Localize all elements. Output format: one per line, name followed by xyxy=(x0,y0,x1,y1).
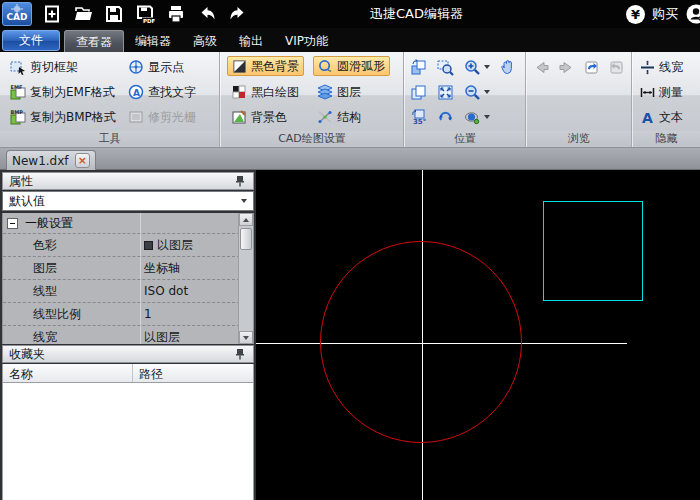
print-icon[interactable] xyxy=(165,3,187,25)
zoom-extents-icon[interactable] xyxy=(435,82,455,102)
color-swatch xyxy=(144,241,153,250)
zoom-window-icon[interactable] xyxy=(435,57,455,77)
save-pdf-icon[interactable]: PDF xyxy=(134,3,156,25)
close-icon[interactable]: × xyxy=(75,153,90,168)
preset-value: 默认值 xyxy=(9,193,241,210)
scrollbar[interactable] xyxy=(238,213,253,344)
text-icon: A xyxy=(640,110,655,125)
ribbon-group-label: 浏览 xyxy=(527,131,631,146)
layers-button[interactable]: 图层 xyxy=(313,82,365,102)
save-icon[interactable] xyxy=(103,3,125,25)
layers-icon xyxy=(317,84,333,100)
pin-icon[interactable] xyxy=(233,347,247,361)
tab-vip[interactable]: VIP功能 xyxy=(274,30,339,52)
main-area: 属性 默认值 一般设置 色彩 以图层 xyxy=(0,170,700,500)
document-tab[interactable]: New1.dxf × xyxy=(6,150,96,170)
measure-button[interactable]: 测量 xyxy=(636,82,687,102)
rotate-35-icon[interactable]: 35° xyxy=(408,107,428,127)
rectangle-entity[interactable] xyxy=(543,201,643,301)
smooth-arc-toggle[interactable]: 圆滑弧形 xyxy=(313,56,390,76)
properties-panel-header: 属性 xyxy=(2,172,254,190)
property-row-lineweight[interactable]: 线宽 以图层 xyxy=(3,326,240,344)
account-icon[interactable] xyxy=(685,3,700,25)
favorites-list[interactable] xyxy=(2,383,254,500)
tab-advanced[interactable]: 高级 xyxy=(182,30,228,52)
svg-text:A: A xyxy=(642,110,653,125)
pin-icon[interactable] xyxy=(233,174,247,188)
tab-editor[interactable]: 编辑器 xyxy=(124,30,182,52)
view-undo-icon[interactable] xyxy=(581,57,601,77)
text-button[interactable]: A 文本 xyxy=(636,107,687,127)
property-section[interactable]: 一般设置 xyxy=(3,213,240,234)
circle-entity[interactable] xyxy=(320,241,522,443)
property-row-linetype-scale[interactable]: 线型比例 1 xyxy=(3,303,240,326)
zoom-out-icon[interactable] xyxy=(462,82,482,102)
yuan-icon[interactable]: ¥ xyxy=(626,5,645,24)
back-arrow-icon[interactable] xyxy=(531,57,551,77)
tab-viewer[interactable]: 查看器 xyxy=(64,30,124,52)
copy-emf-button[interactable]: EMF 复制为EMF格式 xyxy=(6,82,119,102)
cad-logo[interactable]: CAD xyxy=(2,2,32,26)
property-row-layer[interactable]: 图层 坐标轴 xyxy=(3,257,240,280)
zoom-in-icon[interactable] xyxy=(462,57,482,77)
chevron-down-icon xyxy=(241,199,247,203)
collapse-icon[interactable] xyxy=(7,218,18,229)
view-redo-icon[interactable] xyxy=(606,57,626,77)
cut-frame-button[interactable]: 剪切框架 xyxy=(6,57,82,77)
scroll-down-icon[interactable] xyxy=(239,331,253,344)
ribbon: 剪切框架 EMF 复制为EMF格式 BMP 复制为BMP格式 显示点 A 查找文… xyxy=(0,52,700,148)
sphere-zoom-icon[interactable] xyxy=(462,107,482,127)
svg-text:A: A xyxy=(133,88,140,98)
undo-icon[interactable] xyxy=(196,3,218,25)
file-menu-button[interactable]: 文件 xyxy=(2,30,60,51)
find-text-button[interactable]: A 查找文字 xyxy=(124,82,200,102)
column-header-path[interactable]: 路径 xyxy=(133,364,253,382)
buy-button[interactable]: 购买 xyxy=(652,5,678,23)
emf-copy-icon: EMF xyxy=(10,84,26,100)
menubar: 文件 查看器 编辑器 高级 输出 VIP功能 xyxy=(0,28,700,52)
pan-icon[interactable] xyxy=(497,57,517,77)
scroll-up-icon[interactable] xyxy=(239,213,253,226)
column-header-name[interactable]: 名称 xyxy=(3,364,133,382)
zoom-in-dropdown[interactable] xyxy=(484,65,490,69)
svg-text:BMP: BMP xyxy=(11,109,24,115)
document-tabbar: New1.dxf × xyxy=(0,148,700,170)
refresh-view-icon[interactable] xyxy=(435,107,455,127)
forward-arrow-icon[interactable] xyxy=(556,57,576,77)
ribbon-group-cad-settings: 黑色背景 黑白绘图 背景色 圆滑弧形 图层 结构 CAD绘图设置 xyxy=(221,52,404,147)
open-folder-icon[interactable] xyxy=(72,3,94,25)
redo-icon[interactable] xyxy=(227,3,249,25)
svg-text:PDF: PDF xyxy=(143,18,155,24)
line-width-button[interactable]: 线宽 xyxy=(636,57,687,77)
zoom-out-dropdown[interactable] xyxy=(484,90,490,94)
black-background-toggle[interactable]: 黑色背景 xyxy=(227,56,304,76)
smooth-arc-icon xyxy=(318,59,333,74)
document-tab-label: New1.dxf xyxy=(12,154,69,168)
show-points-button[interactable]: 显示点 xyxy=(124,57,188,77)
rotate-view-icon[interactable] xyxy=(408,57,428,77)
bw-drawing-button[interactable]: 黑白绘图 xyxy=(227,82,303,102)
section-label: 一般设置 xyxy=(25,215,73,232)
scrollbar-thumb[interactable] xyxy=(240,228,252,250)
favorites-panel-header: 收藏夹 xyxy=(2,345,254,363)
svg-text:35°: 35° xyxy=(413,118,426,126)
ribbon-group-hide: 线宽 测量 A 文本 隐藏 xyxy=(633,52,700,147)
structure-icon xyxy=(317,109,333,125)
tab-output[interactable]: 输出 xyxy=(228,30,274,52)
new-file-icon[interactable] xyxy=(41,3,63,25)
copy-bmp-button[interactable]: BMP 复制为BMP格式 xyxy=(6,107,120,127)
preset-dropdown[interactable]: 默认值 xyxy=(2,191,254,211)
property-row-linetype[interactable]: 线型 ISO dot xyxy=(3,280,240,303)
background-color-button[interactable]: 背景色 xyxy=(227,107,291,127)
left-panel: 属性 默认值 一般设置 色彩 以图层 xyxy=(0,170,256,500)
properties-title: 属性 xyxy=(9,173,233,190)
trim-raster-button[interactable]: 修剪光栅 xyxy=(124,107,200,127)
structure-button[interactable]: 结构 xyxy=(313,107,365,127)
svg-text:EMF: EMF xyxy=(11,84,23,90)
sphere-zoom-dropdown[interactable] xyxy=(484,115,490,119)
property-row-color[interactable]: 色彩 以图层 xyxy=(3,234,240,257)
drawing-canvas[interactable] xyxy=(256,170,700,500)
copy-view-icon[interactable] xyxy=(408,82,428,102)
crosshair-glyph xyxy=(11,4,23,14)
favorites-title: 收藏夹 xyxy=(9,346,233,363)
